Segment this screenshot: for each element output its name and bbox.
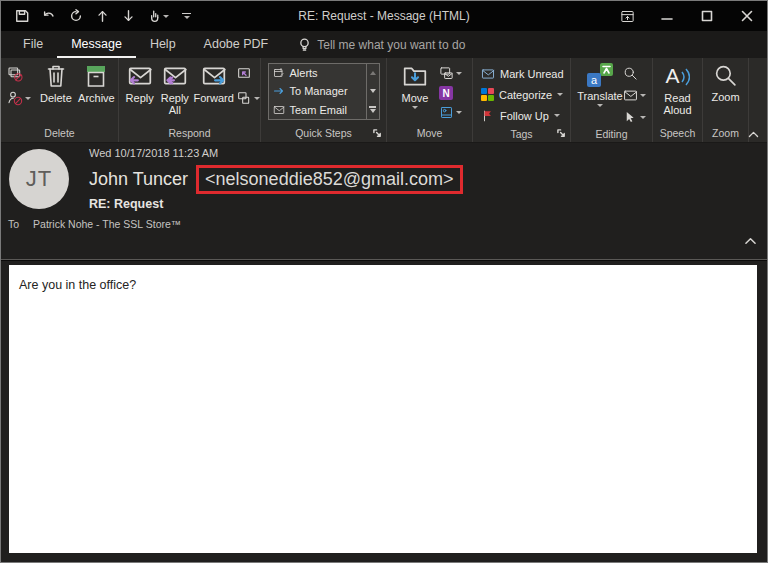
team-email-icon <box>273 104 285 116</box>
categorize-icon <box>481 88 494 101</box>
save-icon[interactable] <box>15 9 29 23</box>
to-label: To <box>8 218 19 230</box>
outlook-message-window: RE: Request - Message (HTML) File Messag… <box>0 0 768 563</box>
lightbulb-icon <box>298 37 311 52</box>
quick-step-to-manager[interactable]: To Manager <box>269 82 366 100</box>
tab-help[interactable]: Help <box>136 31 190 58</box>
forward-icon <box>201 63 227 89</box>
select-icon[interactable] <box>623 110 646 125</box>
collapse-ribbon-icon[interactable] <box>747 129 760 139</box>
group-label-speech: Speech <box>653 124 702 142</box>
ignore-icon[interactable] <box>7 66 31 82</box>
reply-button[interactable]: Reply <box>123 58 156 104</box>
touch-mouse-mode-icon[interactable] <box>148 9 169 23</box>
undo-icon[interactable] <box>42 9 56 23</box>
maximize-button[interactable] <box>687 1 727 31</box>
alerts-icon <box>273 67 285 79</box>
delete-button[interactable]: Delete <box>37 58 75 104</box>
reply-all-icon <box>162 63 188 89</box>
tab-file[interactable]: File <box>9 31 57 58</box>
title-bar: RE: Request - Message (HTML) <box>1 1 767 31</box>
previous-item-icon[interactable] <box>96 9 109 23</box>
gallery-scroll-up[interactable] <box>367 64 379 82</box>
ribbon-group-delete: Delete Archive Delete <box>1 58 119 142</box>
recipient-row: To Patrick Nohe - The SSL Store™ <box>8 218 181 230</box>
mark-unread-button[interactable]: Mark Unread <box>481 64 564 83</box>
quick-steps-gallery: Alerts To Manager Team Email <box>268 63 380 120</box>
redo-icon[interactable] <box>69 9 83 23</box>
move-button[interactable]: Move <box>395 58 435 109</box>
rules-icon[interactable] <box>439 66 462 81</box>
group-label-move: Move <box>387 124 472 142</box>
next-item-icon[interactable] <box>122 9 135 23</box>
mark-unread-icon <box>481 67 495 81</box>
sender-email[interactable]: <nelsoneddie852@gmail.com> <box>205 169 453 189</box>
group-label-tags: Tags <box>473 125 570 142</box>
to-manager-arrow-icon <box>273 85 285 97</box>
ribbon-group-zoom: Zoom Zoom <box>703 58 749 142</box>
quick-access-toolbar <box>1 9 191 23</box>
zoom-magnifier-icon <box>713 63 738 88</box>
reply-all-button[interactable]: Reply All <box>156 58 193 116</box>
tags-dialog-launcher-icon[interactable] <box>557 129 566 138</box>
sender-email-highlight-annotation: <nelsoneddie852@gmail.com> <box>196 165 462 194</box>
minimize-button[interactable] <box>647 1 687 31</box>
customize-quick-access-icon[interactable] <box>182 13 191 20</box>
gallery-more-button[interactable] <box>367 101 379 119</box>
related-icon[interactable] <box>623 88 646 103</box>
tab-message[interactable]: Message <box>57 31 136 58</box>
ribbon-group-respond: Reply Reply All Forward <box>119 58 261 142</box>
move-folder-icon <box>402 63 428 89</box>
find-icon[interactable] <box>623 66 646 81</box>
ribbon-tab-row: File Message Help Adobe PDF Tell me what… <box>1 31 767 58</box>
actions-icon[interactable] <box>439 105 462 120</box>
zoom-button[interactable]: Zoom <box>706 58 746 103</box>
ribbon-group-editing: a Translate <box>571 58 653 142</box>
translate-button[interactable]: a Translate <box>577 58 623 107</box>
window-title: RE: Request - Message (HTML) <box>298 9 469 23</box>
message-body-text: Are you in the office? <box>9 265 757 292</box>
group-label-zoom: Zoom <box>703 124 748 142</box>
quick-step-team-email[interactable]: Team Email <box>269 101 366 119</box>
close-button[interactable] <box>727 1 767 31</box>
meeting-icon[interactable] <box>236 66 260 82</box>
onenote-icon[interactable]: N <box>439 86 462 100</box>
ribbon-group-speech: A Read Aloud Speech <box>653 58 703 142</box>
archive-button[interactable]: Archive <box>75 58 118 104</box>
ribbon-group-tags: Mark Unread Categorize Follow Up <box>473 58 571 142</box>
ribbon-group-quick-steps: Alerts To Manager Team Email <box>261 58 387 142</box>
group-label-delete: Delete <box>1 124 118 142</box>
archive-icon <box>83 63 109 89</box>
junk-icon[interactable] <box>7 90 31 106</box>
forward-button[interactable]: Forward <box>193 58 234 104</box>
sender-name[interactable]: John Tuncer <box>89 169 188 190</box>
read-aloud-button[interactable]: A Read Aloud <box>658 58 698 116</box>
categorize-button[interactable]: Categorize <box>481 85 563 104</box>
collapse-header-icon[interactable] <box>743 235 758 246</box>
message-body-frame: Are you in the office? <box>1 261 767 563</box>
reply-icon <box>127 63 153 89</box>
window-controls <box>607 1 767 31</box>
ribbon: Delete Archive Delete Reply Reply All <box>1 58 767 143</box>
trash-icon <box>44 63 68 89</box>
sender-avatar[interactable]: JT <box>9 149 69 209</box>
gallery-scrollbar <box>366 64 379 119</box>
more-respond-actions-icon[interactable] <box>236 90 260 106</box>
ribbon-group-move: Move N Move <box>387 58 473 142</box>
message-subject: RE: Request <box>89 197 163 211</box>
gallery-scroll-down[interactable] <box>367 82 379 100</box>
group-label-respond: Respond <box>119 124 260 142</box>
read-aloud-icon: A <box>665 63 689 89</box>
recipient-name[interactable]: Patrick Nohe - The SSL Store™ <box>33 218 181 230</box>
tab-adobe-pdf[interactable]: Adobe PDF <box>190 31 283 58</box>
tell-me-label: Tell me what you want to do <box>317 38 465 52</box>
sender-row: John Tuncer <nelsoneddie852@gmail.com> <box>89 162 463 196</box>
ribbon-display-options-icon[interactable] <box>607 1 647 31</box>
quick-steps-dialog-launcher-icon[interactable] <box>373 129 382 138</box>
follow-up-flag-icon <box>481 109 495 123</box>
tell-me-box[interactable]: Tell me what you want to do <box>298 31 465 58</box>
group-label-quick-steps: Quick Steps <box>261 124 386 142</box>
follow-up-button[interactable]: Follow Up <box>481 106 560 125</box>
message-header: JT Wed 10/17/2018 11:23 AM John Tuncer <… <box>1 143 767 260</box>
quick-step-alerts[interactable]: Alerts <box>269 64 366 82</box>
